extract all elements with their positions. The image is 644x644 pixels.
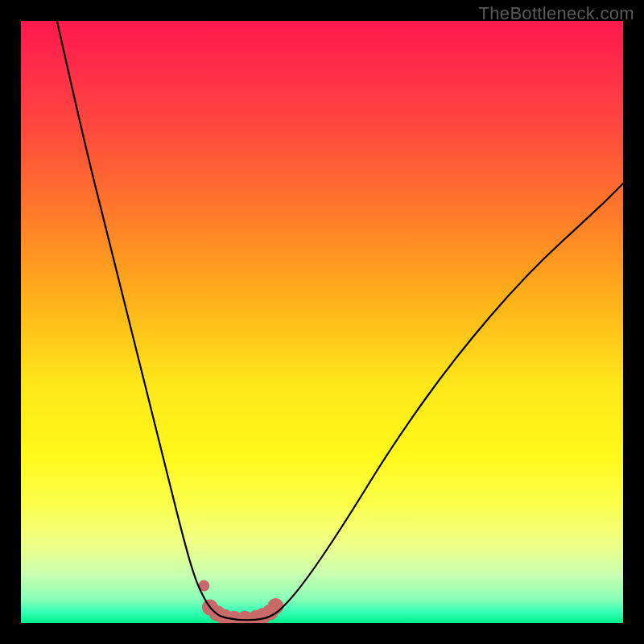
watermark-text: TheBottleneck.com	[479, 3, 634, 24]
bottleneck-curve	[57, 21, 623, 620]
marker-dot	[267, 598, 283, 614]
chart-plot-area	[21, 21, 623, 623]
chart-svg	[21, 21, 623, 623]
